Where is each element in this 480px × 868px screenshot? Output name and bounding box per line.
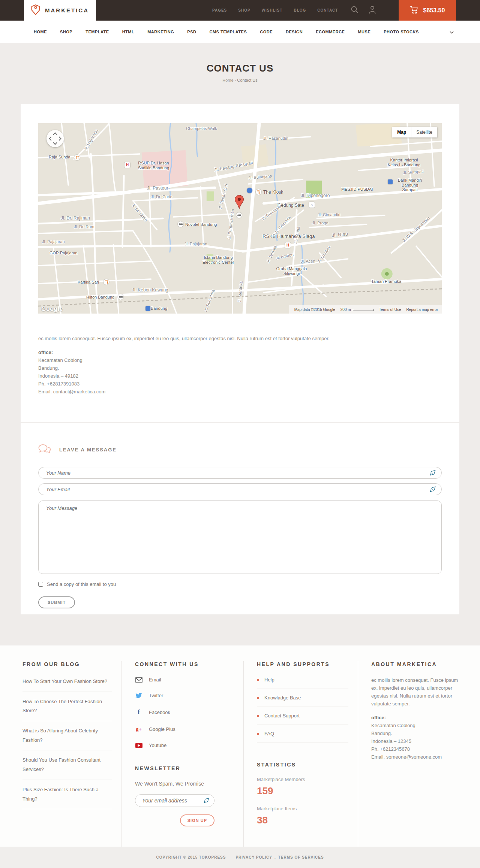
social-link-email[interactable]: Email (135, 677, 234, 683)
contact-card: Champelas Walk Jl. Hasanudin Raja Sunda … (21, 104, 459, 422)
send-copy-checkbox[interactable] (38, 582, 43, 587)
copyright-bar: COPYRIGHT © 2015 TOKOPRESS PRIVACY POLIC… (0, 847, 480, 868)
blog-link[interactable]: How To Start Your Own Fashion Store? (22, 672, 112, 692)
signup-button[interactable]: SIGN UP (180, 814, 214, 826)
privacy-policy-link[interactable]: PRIVACY POLICY (236, 855, 272, 859)
terms-of-services-link[interactable]: TERMS OF SERVICES (278, 855, 324, 859)
blog-link[interactable]: How To Choose The Perfect Fashion Store? (22, 692, 112, 721)
office-line: Kecamatan Coblong (38, 356, 442, 364)
menu-muse[interactable]: MUSE (358, 30, 370, 34)
menu-template[interactable]: TEMPLATE (86, 30, 109, 34)
breadcrumb: Home › Contact Us (0, 78, 480, 82)
menu-ecommerce[interactable]: ECOMMERCE (316, 30, 345, 34)
nav-shop[interactable]: SHOP (238, 8, 250, 12)
email-icon (135, 677, 142, 683)
message-textarea[interactable] (38, 500, 442, 574)
pan-left-icon[interactable] (49, 136, 53, 140)
help-link[interactable]: FAQ (257, 725, 348, 743)
chevron-down-icon[interactable] (450, 28, 454, 35)
map-label: Jl. Cimandiri (318, 212, 340, 217)
menu-psd[interactable]: PSD (187, 30, 196, 34)
social-link-youtube[interactable]: Youtube (135, 743, 234, 748)
google-map[interactable]: Champelas Walk Jl. Hasanudin Raja Sunda … (38, 123, 442, 314)
office-line: Indonesia – 49182 (38, 372, 442, 380)
logo-text: MARKETICA (45, 7, 89, 13)
message-form-card: LEAVE A MESSAGE Send a copy of this emai… (21, 423, 459, 614)
chat-bubbles-icon (38, 444, 51, 456)
menu-home[interactable]: HOME (34, 30, 47, 34)
pan-right-icon[interactable] (57, 136, 61, 140)
menu-cms-templates[interactable]: CMS TEMPLATES (209, 30, 247, 34)
office-line: Ph. +6212345678 (371, 745, 459, 753)
menu-html[interactable]: HTML (122, 30, 135, 34)
pan-down-icon[interactable] (53, 140, 57, 145)
cart-total: $653.50 (423, 7, 445, 14)
social-label: Twitter (149, 693, 163, 698)
report-map-error-link[interactable]: Report a map error (406, 308, 438, 312)
nav-contact[interactable]: CONTACT (317, 8, 338, 12)
restaurant-icon (74, 155, 80, 160)
email-input[interactable] (38, 483, 442, 495)
help-link[interactable]: Help (257, 671, 348, 689)
user-icon[interactable] (369, 6, 376, 15)
social-label: Email (149, 677, 161, 683)
cart-button[interactable]: $653.50 (399, 0, 456, 21)
nav-blog[interactable]: BLOG (294, 8, 306, 12)
name-input[interactable] (38, 467, 442, 479)
pan-up-icon[interactable] (53, 132, 57, 136)
office-label: office: (371, 714, 459, 722)
bank-icon (388, 179, 393, 184)
blog-link[interactable]: Plus Size Fashion: Is There Such a Thing… (22, 780, 112, 809)
terms-of-use-link[interactable]: Terms of Use (379, 308, 401, 312)
social-link-twitter[interactable]: Twitter (135, 693, 234, 698)
map-type-satellite-button[interactable]: Satellite (411, 127, 437, 137)
page-title: CONTACT US (0, 63, 480, 74)
office-line: Kecamatan Coblong (371, 722, 459, 729)
logo[interactable]: MARKETICA (24, 0, 96, 21)
hotel-icon (236, 212, 242, 218)
help-link[interactable]: Contact Support (257, 707, 348, 725)
link-separator: . (274, 855, 276, 859)
menu-shop[interactable]: SHOP (60, 30, 72, 34)
map-type-map-button[interactable]: Map (392, 127, 411, 137)
social-link-facebook[interactable]: f Facebook (135, 708, 234, 716)
newsletter-email-input[interactable] (135, 794, 214, 807)
social-label: Youtube (149, 743, 166, 748)
blog-link[interactable]: What is So Alluring About Celebrity Fash… (22, 721, 112, 750)
contact-intro-text: ec mollis lorem consequat. Fusce ipsum e… (38, 335, 442, 342)
map-marker-icon[interactable] (234, 194, 244, 211)
nav-pages[interactable]: PAGES (212, 8, 227, 12)
help-link[interactable]: Knowladge Base (257, 689, 348, 707)
google-logo: Google (41, 306, 63, 312)
map-label: Novotel Bandung (185, 222, 217, 227)
office-line: Bandung. (371, 729, 459, 737)
footer-heading-about: ABOUT MARKETICA (371, 661, 459, 667)
menu-photo-stocks[interactable]: PHOTO STOCKS (384, 30, 419, 34)
office-line: Email. someone@someone.com (371, 753, 459, 761)
scale-bar (353, 309, 374, 311)
twitter-icon (135, 693, 142, 698)
footer-heading-connect: CONNECT WITH US (135, 661, 234, 667)
menu-design[interactable]: DESIGN (286, 30, 303, 34)
map-label: MESJID PUSDAI (341, 187, 373, 191)
menu-marketing[interactable]: MARKETING (147, 30, 174, 34)
nav-wishlist[interactable]: WISHLIST (262, 8, 283, 12)
bullet-icon (257, 733, 259, 735)
submit-button[interactable]: SUBMIT (38, 596, 75, 608)
map-pan-control[interactable] (46, 130, 64, 147)
youtube-icon (135, 743, 142, 748)
map-label: Raja Sunda (49, 155, 70, 159)
map-label: GOR Pajajaran (50, 251, 78, 255)
social-link-google-plus[interactable]: g+ Google Plus (135, 726, 234, 732)
office-line: Bandung. (38, 364, 442, 372)
menu-code[interactable]: CODE (260, 30, 273, 34)
top-header: MARKETICA PAGES SHOP WISHLIST BLOG CONTA… (0, 0, 480, 21)
breadcrumb-home[interactable]: Home (222, 78, 233, 82)
footer-blog-column: FROM OUR BLOG How To Start Your Own Fash… (11, 661, 122, 847)
send-copy-row: Send a copy of this email to you (38, 581, 442, 587)
map-label: The Kiosk (263, 190, 283, 195)
map-data-text: Map data ©2015 Google (294, 308, 335, 312)
map-type-control: Map Satellite (392, 127, 437, 137)
search-icon[interactable] (351, 6, 359, 15)
blog-link[interactable]: Should You Use Fashion Consultant Servic… (22, 750, 112, 780)
